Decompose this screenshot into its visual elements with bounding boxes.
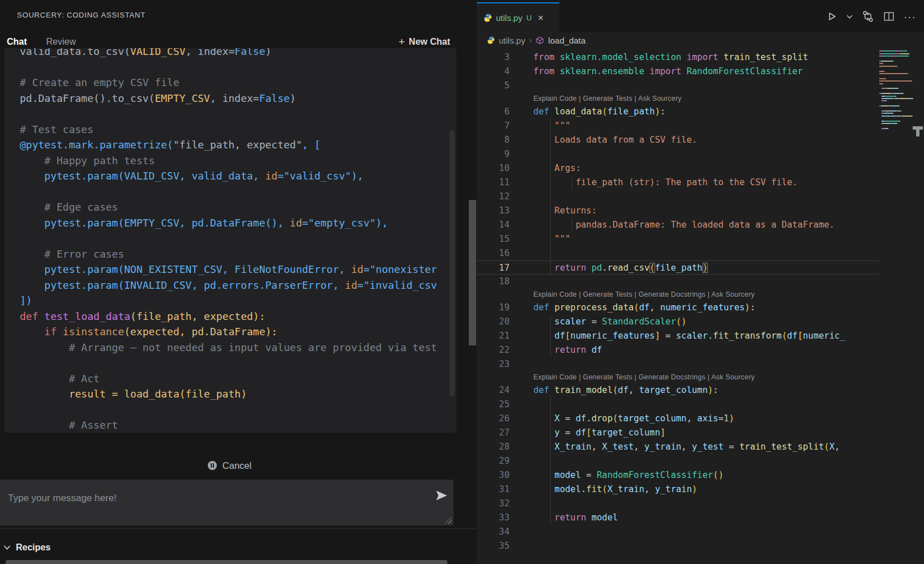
line-number: 6 xyxy=(477,105,510,119)
editor-actions: ··· xyxy=(826,8,916,25)
open-changes-button[interactable] xyxy=(862,10,874,23)
breadcrumb-separator: › xyxy=(529,36,532,45)
editor-code-area[interactable]: 2from sklearn.preprocessing import Stand… xyxy=(477,48,879,564)
code-line[interactable]: 25 xyxy=(477,398,879,412)
indent-guide xyxy=(550,454,551,468)
code-line[interactable]: 19def preprocess_data(df, numeric_featur… xyxy=(477,301,879,315)
chat-code-line xyxy=(5,59,456,75)
codelens-actions[interactable]: Explain Code | Generate Tests | Generate… xyxy=(533,289,873,301)
chat-code-block[interactable]: valid_data.to_csv(VALID_CSV, index=False… xyxy=(5,48,456,433)
line-number: 14 xyxy=(477,218,510,232)
code-line[interactable]: 21 df[numeric_features] = scaler.fit_tra… xyxy=(477,329,879,343)
code-line[interactable]: 24def train_model(df, target_column): xyxy=(477,383,879,398)
overview-ruler-marker xyxy=(913,126,924,138)
message-input[interactable] xyxy=(7,490,417,507)
tab-chat[interactable]: Chat xyxy=(7,37,27,47)
line-number: 30 xyxy=(477,468,510,482)
code-line[interactable]: 8 Loads data from a CSV file. xyxy=(477,133,879,147)
line-number: 25 xyxy=(477,398,510,412)
code-line[interactable]: 31 model.fit(X_train, y_train) xyxy=(477,482,879,497)
code-line[interactable]: 6def load_data(file_path): xyxy=(477,105,879,119)
code-line[interactable]: 4from sklearn.ensemble import RandomFore… xyxy=(477,65,879,79)
code-line[interactable]: 14 pandas.DataFrame: The loaded data as … xyxy=(477,218,879,232)
vscode-window: SOURCERY: CODING ASSISTANT Chat Review +… xyxy=(0,0,924,564)
indent-guide xyxy=(550,147,551,161)
line-number: 13 xyxy=(477,204,510,218)
line-number: 10 xyxy=(477,161,510,176)
code-line[interactable]: 10 Args: xyxy=(477,161,879,176)
line-number: 31 xyxy=(477,482,510,497)
code-line[interactable]: 30 model = RandomForestClassifier() xyxy=(477,468,879,482)
new-chat-button[interactable]: + New Chat xyxy=(399,34,450,50)
more-actions-button[interactable]: ··· xyxy=(904,11,916,22)
line-number: 35 xyxy=(477,539,510,553)
run-dropdown-button[interactable] xyxy=(846,14,853,19)
code-line[interactable]: 23 xyxy=(477,357,879,371)
code-line[interactable]: 20 scaler = StandardScaler() xyxy=(477,315,879,329)
resize-grip[interactable] xyxy=(444,516,452,524)
code-line[interactable]: 32 xyxy=(477,497,879,511)
code-line[interactable]: 34 xyxy=(477,525,879,539)
breadcrumb-symbol[interactable]: load_data xyxy=(548,36,585,45)
chat-code-line: # Test cases xyxy=(5,122,456,138)
cancel-button[interactable]: Cancel xyxy=(0,456,459,475)
sidebar-title: SOURCERY: CODING ASSISTANT xyxy=(17,11,146,19)
code-line[interactable]: 5 xyxy=(477,79,879,93)
chat-code-line: pytest.param(VALID_CSV, valid_data, id="… xyxy=(5,168,456,184)
chat-code-line: # Create an empty CSV file xyxy=(5,75,456,91)
code-line[interactable]: 3from sklearn.model_selection import tra… xyxy=(477,50,879,65)
chat-code-line xyxy=(5,184,456,200)
line-number: 17 xyxy=(477,261,510,275)
codelens-actions[interactable]: Explain Code | Generate Tests | Generate… xyxy=(533,371,873,383)
message-box xyxy=(0,480,454,525)
line-number: 3 xyxy=(477,50,510,65)
code-line[interactable]: 7 """ xyxy=(477,119,879,133)
tab-utils-py[interactable]: utils.py U × xyxy=(477,2,559,32)
recipes-section-header[interactable]: Recipes xyxy=(3,539,50,556)
git-untracked-badge: U xyxy=(527,14,532,22)
breadcrumb-file[interactable]: utils.py xyxy=(499,36,525,45)
chat-code-line: valid_data.to_csv(VALID_CSV, index=False… xyxy=(5,48,456,59)
code-line[interactable]: 28 X_train, X_test, y_train, y_test = tr… xyxy=(477,440,879,454)
line-number: 18 xyxy=(477,275,510,289)
chat-code-line: # Arrange – not needed as input values a… xyxy=(5,340,456,356)
code-line[interactable]: 27 y = df[target_column] xyxy=(477,426,879,440)
code-line[interactable]: 26 X = df.drop(target_column, axis=1) xyxy=(477,412,879,426)
line-number: 12 xyxy=(477,190,510,204)
minimap[interactable] xyxy=(879,48,918,564)
python-icon xyxy=(484,14,492,22)
send-icon[interactable] xyxy=(435,489,448,502)
chat-code-line xyxy=(5,355,456,371)
code-line[interactable]: 15 """ xyxy=(477,232,879,246)
code-block-scrollbar[interactable] xyxy=(450,130,455,396)
codelens-actions[interactable]: Explain Code | Generate Tests | Ask Sour… xyxy=(533,93,873,105)
code-line[interactable]: 9 xyxy=(477,147,879,161)
chat-code-line: ]) xyxy=(5,293,456,309)
code-line[interactable]: 35 xyxy=(477,539,879,553)
code-line[interactable]: 17 return pd.read_csv(file_path) xyxy=(477,260,879,275)
code-line[interactable]: 13 Returns: xyxy=(477,204,879,218)
code-line[interactable]: 29 xyxy=(477,454,879,468)
chat-panel-scrollbar[interactable] xyxy=(469,200,476,345)
recipe-item-partial[interactable] xyxy=(6,560,447,564)
code-line[interactable]: 18 xyxy=(477,275,879,289)
line-number: 19 xyxy=(477,301,510,315)
chat-code-line: result = load_data(file_path) xyxy=(5,386,456,402)
code-line[interactable]: 12 xyxy=(477,190,879,204)
split-editor-button[interactable] xyxy=(883,11,895,22)
sidebar-tab-bar: Chat Review xyxy=(7,34,76,50)
split-editor-icon xyxy=(883,11,895,22)
breadcrumb: utils.py › load_data xyxy=(477,32,924,48)
python-icon xyxy=(487,36,495,44)
code-line[interactable]: 22 return df xyxy=(477,343,879,357)
code-line[interactable]: 16 xyxy=(477,246,879,260)
chat-code-line: # Happy path tests xyxy=(5,153,456,169)
code-line[interactable]: 11 file_path (str): The path to the CSV … xyxy=(477,176,879,190)
chat-code-line: pytest.param(NON_EXISTENT_CSV, FileNotFo… xyxy=(5,262,456,277)
run-python-file-button[interactable] xyxy=(826,11,837,22)
close-icon[interactable]: × xyxy=(538,13,544,23)
line-number: 20 xyxy=(477,315,510,329)
chat-code-line xyxy=(5,230,456,246)
code-line[interactable]: 33 return model xyxy=(477,511,879,525)
tab-review[interactable]: Review xyxy=(46,37,76,47)
